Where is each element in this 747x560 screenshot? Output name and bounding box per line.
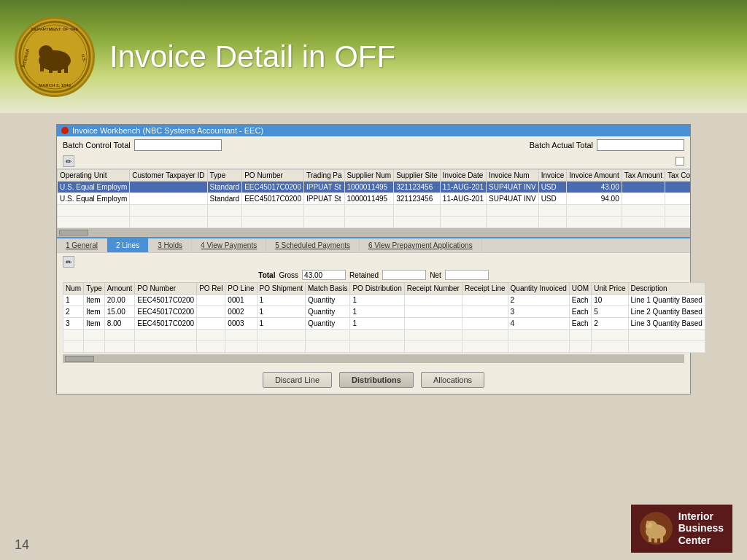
discard-line-button[interactable]: Discard Line: [263, 372, 332, 388]
cell-po-line: 0001: [225, 295, 257, 306]
cell-po-distribution: 1: [350, 295, 404, 306]
cell-po-number: EEC45017C0200: [242, 193, 304, 205]
svg-text:MARCH 3, 1849: MARCH 3, 1849: [39, 83, 71, 88]
cell-tax-amount: [622, 193, 665, 205]
cell-operating-unit: U.S. Equal Employm: [58, 182, 130, 193]
cell-supplier-num: 1000011495: [344, 182, 394, 193]
ibc-line2: Business: [678, 522, 724, 534]
col-description: Description: [628, 283, 705, 295]
edit-icon[interactable]: ✏: [63, 155, 74, 167]
retained-label: Retained: [349, 271, 379, 279]
svg-rect-7: [64, 64, 68, 73]
invoice-table-header: Operating Unit Customer Taxpayer ID Type…: [58, 170, 691, 182]
cell-po-shipment: 1: [257, 318, 305, 330]
batch-actual-input[interactable]: [597, 139, 684, 151]
cell-uom: Each: [569, 306, 591, 318]
cell-quantity-invoiced: 3: [508, 306, 569, 318]
lines-edit-icon[interactable]: ✏: [63, 256, 74, 268]
lines-scrollbar[interactable]: [63, 354, 684, 363]
cell-supplier-site: 321123456: [394, 193, 441, 205]
col-po-number: PO Number: [242, 170, 304, 182]
window-titlebar: Invoice Workbench (NBC Systems Accountan…: [57, 125, 690, 136]
tab-holds[interactable]: 3 Holds: [149, 238, 192, 252]
invoice-scrollbar[interactable]: [57, 228, 690, 237]
cell-description: Line 3 Quantity Based: [628, 318, 705, 330]
cell-po-line: 0002: [225, 306, 257, 318]
cell-tax-control-am: [665, 193, 690, 205]
col-receipt-number: Receipt Number: [404, 283, 462, 295]
cell-po-rel: [197, 295, 225, 306]
cell-po-shipment: 1: [257, 295, 305, 306]
col-unit-price: Unit Price: [592, 283, 628, 295]
cell-num: 3: [63, 318, 84, 330]
cell-uom: Each: [569, 318, 591, 330]
scrollbar-thumb[interactable]: [59, 230, 88, 236]
header: DEPARTMENT OF THE MARCH 3, 1849 INTERIOR…: [0, 0, 747, 113]
cell-po-line: 0003: [225, 318, 257, 330]
tab-scheduled-payments[interactable]: 5 Scheduled Payments: [266, 238, 360, 252]
workbench-window: Invoice Workbench (NBC Systems Accountan…: [56, 124, 691, 394]
gross-label: Gross: [279, 271, 298, 279]
checkbox[interactable]: [676, 157, 684, 166]
batch-control-input[interactable]: [134, 139, 222, 151]
cell-receipt-line: [462, 318, 508, 330]
red-dot-icon: [61, 127, 69, 134]
line-row-2[interactable]: 2 Item 15.00 EEC45017C0200 0002 1 Quanti…: [63, 306, 705, 318]
cell-supplier-site: 321123456: [394, 182, 441, 193]
cell-quantity-invoiced: 4: [508, 318, 569, 330]
window-title: Invoice Workbench (NBC Systems Accountan…: [72, 126, 263, 135]
main-content: Invoice Workbench (NBC Systems Accountan…: [0, 113, 747, 560]
cell-po-rel: [197, 306, 225, 318]
lines-section: ✏ Total Gross Retained Net Num Type Amou…: [57, 253, 690, 366]
cell-unit-price: 10: [592, 295, 628, 306]
col-match-basis: Match Basis: [305, 283, 349, 295]
cell-tax-amount: [622, 182, 665, 193]
tab-view-payments[interactable]: 4 View Payments: [192, 238, 266, 252]
gross-input[interactable]: [302, 270, 346, 280]
cell-unit-price: 2: [592, 318, 628, 330]
net-input[interactable]: [445, 270, 489, 280]
line-row-1[interactable]: 1 Item 20.00 EEC45017C0200 0001 1 Quanti…: [63, 295, 705, 306]
cell-amount: 15.00: [104, 306, 134, 318]
allocations-button[interactable]: Allocations: [421, 372, 484, 388]
col-num: Num: [63, 283, 84, 295]
invoice-row-2[interactable]: U.S. Equal Employm Standard EEC45017C020…: [58, 193, 691, 205]
line-row-empty-2: [63, 341, 705, 353]
svg-rect-4: [40, 63, 44, 71]
lines-scrollbar-thumb[interactable]: [65, 356, 94, 362]
total-label: Total: [258, 271, 275, 279]
svg-rect-15: [649, 536, 651, 542]
invoice-row-1[interactable]: U.S. Equal Employm Standard EEC45017C020…: [58, 182, 691, 193]
retained-input[interactable]: [382, 270, 426, 280]
cell-type: Standard: [207, 193, 242, 205]
cell-invoice: USD: [538, 182, 567, 193]
cell-po-number: EEC45017C0200: [242, 182, 304, 193]
cell-num: 1: [63, 295, 84, 306]
tab-lines[interactable]: 2 Lines: [107, 238, 149, 252]
cell-match-basis: Quantity: [305, 318, 349, 330]
svg-text:DEPARTMENT OF THE: DEPARTMENT OF THE: [31, 27, 79, 31]
cell-amount: 8.00: [104, 318, 134, 330]
cell-receipt-line: [462, 295, 508, 306]
cell-customer-taxpayer-id: [130, 182, 207, 193]
col-type: Type: [84, 283, 105, 295]
lines-table: Num Type Amount PO Number PO Rel PO Line…: [63, 282, 705, 353]
line-row-3[interactable]: 3 Item 8.00 EEC45017C0200 0003 1 Quantit…: [63, 318, 705, 330]
cell-type: Item: [84, 318, 105, 330]
line-row-empty-1: [63, 330, 705, 341]
cell-match-basis: Quantity: [305, 295, 349, 306]
col-supplier-num: Supplier Num: [344, 170, 394, 182]
col-invoice-amount: Invoice Amount: [567, 170, 622, 182]
tab-general[interactable]: 1 General: [57, 238, 107, 252]
cell-po-shipment: 1: [257, 306, 305, 318]
cell-receipt-line: [462, 306, 508, 318]
page-title: Invoice Detail in OFF: [109, 39, 395, 74]
distributions-button[interactable]: Distributions: [339, 372, 414, 388]
cell-description: Line 1 Quantity Based: [628, 295, 705, 306]
invoice-row-empty-2: [58, 217, 691, 228]
col-type: Type: [207, 170, 242, 182]
cell-quantity-invoiced: 2: [508, 295, 569, 306]
col-receipt-line: Receipt Line: [462, 283, 508, 295]
tabs-row: 1 General 2 Lines 3 Holds 4 View Payment…: [57, 237, 690, 253]
tab-prepayment[interactable]: 6 View Prepayment Applications: [360, 238, 482, 252]
